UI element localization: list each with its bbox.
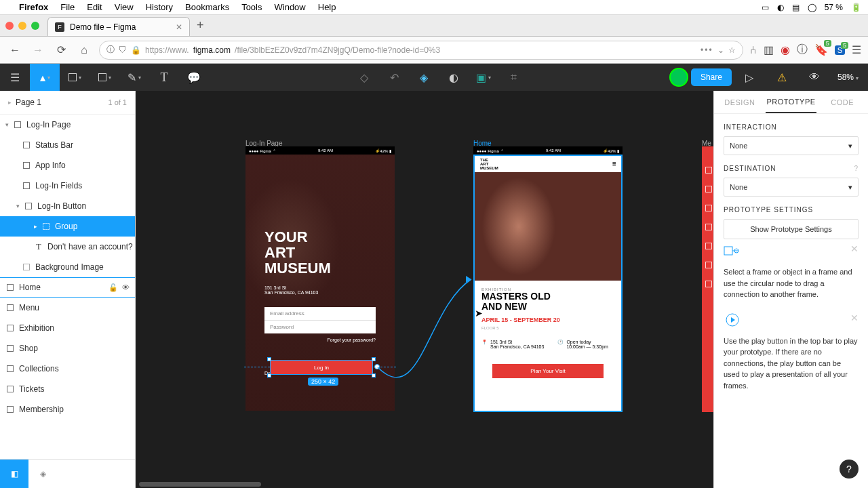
layer-no-account[interactable]: TDon't have an account? [0,237,135,257]
canvas-h-scrollbar[interactable] [139,482,261,487]
layer-exhibition[interactable]: Exhibition [0,318,135,338]
frame-tool-icon[interactable]: ▾ [60,64,90,91]
reset-icon[interactable]: ↶ [379,64,409,91]
menu-file[interactable]: File [60,2,75,12]
forward-button[interactable]: → [30,42,46,58]
app-name[interactable]: Firefox [19,2,48,12]
view-icon[interactable]: 👁 [800,64,829,91]
present-icon[interactable]: ▷ [734,64,764,91]
layer-status-bar[interactable]: Status Bar [0,135,135,155]
back-button[interactable]: ← [7,42,23,58]
library-icon[interactable]: ⑃ [750,44,757,56]
eye-icon[interactable]: 👁 [122,283,130,292]
close-hint-icon[interactable]: ✕ [850,312,859,323]
tray-icon[interactable]: ▤ [792,3,800,12]
window-close-icon[interactable] [5,22,14,30]
tab-code[interactable]: CODE [816,91,868,113]
crop-icon[interactable]: ⌗ [498,64,528,91]
close-tab-icon[interactable]: ✕ [176,22,182,32]
move-tool-icon[interactable]: ▴▾ [30,64,60,91]
layer-app-info[interactable]: App Info [0,155,135,176]
screencast-icon[interactable]: ▭ [762,3,769,12]
pen-tool-icon[interactable]: ✎▾ [119,64,149,91]
tab-design[interactable]: DESIGN [714,91,766,113]
ext-s-icon[interactable]: S5 [835,45,845,55]
layer-bg-image[interactable]: Background Image [0,257,135,277]
forgot-password-link[interactable]: Forgot your password? [264,338,376,342]
comment-tool-icon[interactable]: 💬 [179,64,209,91]
layer-collections[interactable]: Collections [0,359,135,379]
align-icon[interactable]: ◈ [409,64,439,91]
layer-login-page[interactable]: ▾Log-In Page [0,115,135,135]
shield-icon[interactable]: ⛉ [119,45,127,55]
show-proto-settings-button[interactable]: Show Prototype Settings [724,219,859,239]
hamburger-icon[interactable]: ☰ [852,43,861,56]
layer-shop[interactable]: Shop [0,338,135,359]
text-tool-icon[interactable]: T [149,64,179,91]
warning-icon[interactable]: ⚠ [767,64,797,91]
tab-prototype[interactable]: PROTOTYPE [766,91,817,113]
menu-view[interactable]: View [115,2,134,12]
interaction-select[interactable]: None▾ [724,136,859,155]
info-icon[interactable]: ⓘ [106,44,115,56]
layer-group[interactable]: ▸Group [0,216,135,237]
home-button[interactable]: ⌂ [76,42,92,58]
layer-menu[interactable]: Menu [0,298,135,318]
layer-login-fields[interactable]: Log-In Fields [0,176,135,196]
menu-icon[interactable]: ☰ [612,162,616,166]
layer-home[interactable]: Home🔓👁 [0,277,135,298]
menu-edit[interactable]: Edit [87,2,102,12]
circle-icon[interactable]: ◯ [808,3,816,12]
pocket-icon[interactable]: ⌄ [717,45,724,55]
assets-tab-icon[interactable]: ◈ [28,460,57,488]
close-hint-icon[interactable]: ✕ [850,243,859,254]
figma-canvas[interactable]: Log-In Page Home Me ●●●● Figma ⌃9:42 AM⚡… [136,91,868,488]
lock-icon[interactable]: 🔓 [108,283,118,292]
login-button[interactable]: Log in [270,360,373,375]
page-selector[interactable]: ▸ Page 1 1 of 1 [0,91,135,114]
new-tab-icon[interactable]: + [197,18,204,33]
url-field[interactable]: ⓘ ⛉ 🔒 https://www.figma.com/file/3blbEzE… [99,41,743,60]
boolean-icon[interactable]: ▣▾ [469,64,498,91]
user-avatar[interactable] [669,68,688,87]
ext-abp-icon[interactable]: ◉ [781,43,790,56]
layer-membership[interactable]: Membership [0,399,135,420]
layers-tab-icon[interactable]: ◧ [0,460,28,488]
moon-icon[interactable]: ◐ [777,3,784,12]
window-minimize-icon[interactable] [18,22,26,30]
menu-window[interactable]: Window [275,2,306,12]
selection-handle[interactable] [267,373,271,378]
page-actions-icon[interactable]: ••• [701,45,713,55]
help-icon[interactable]: ? [854,165,859,172]
destination-select[interactable]: None▾ [724,178,859,197]
share-button[interactable]: Share [691,68,732,86]
window-zoom-icon[interactable] [31,22,39,30]
bookmark-star-icon[interactable]: ☆ [728,45,736,55]
prototype-node-icon[interactable] [374,364,380,369]
help-button[interactable]: ? [840,460,859,479]
main-menu-icon[interactable]: ☰ [0,64,30,91]
zoom-level[interactable]: 58%▾ [832,73,864,82]
menu-history[interactable]: History [146,2,173,12]
component-icon[interactable]: ◇ [349,64,379,91]
email-field[interactable]: Email address [264,307,376,320]
shape-tool-icon[interactable]: ▾ [90,64,119,91]
menu-bookmarks[interactable]: Bookmarks [185,2,229,12]
password-field[interactable]: Password [264,320,376,333]
plan-visit-button[interactable]: Plan Your Visit [492,364,604,378]
lock-icon[interactable]: 🔒 [131,45,141,55]
reload-button[interactable]: ⟳ [53,42,69,58]
menu-tools[interactable]: Tools [241,2,262,12]
ext-tag-icon[interactable]: 🔖5 [814,43,828,56]
selection-handle[interactable] [372,357,376,361]
layer-login-button[interactable]: ▾Log-In Button [0,196,135,216]
menu-help[interactable]: Help [318,2,336,12]
ext-info-icon[interactable]: ⓘ [797,43,808,57]
selection-handle[interactable] [267,357,271,361]
browser-tab[interactable]: F Demo file – Figma ✕ [47,17,190,36]
home-frame[interactable]: ●●●● Figma ⌃9:42 AM⚡42% ▮ THE ART MUSEUM… [473,146,623,412]
layer-tickets[interactable]: Tickets [0,379,135,399]
reader-icon[interactable]: ▥ [764,43,774,56]
selection-handle[interactable] [372,373,376,378]
mask-icon[interactable]: ◐ [439,64,469,91]
